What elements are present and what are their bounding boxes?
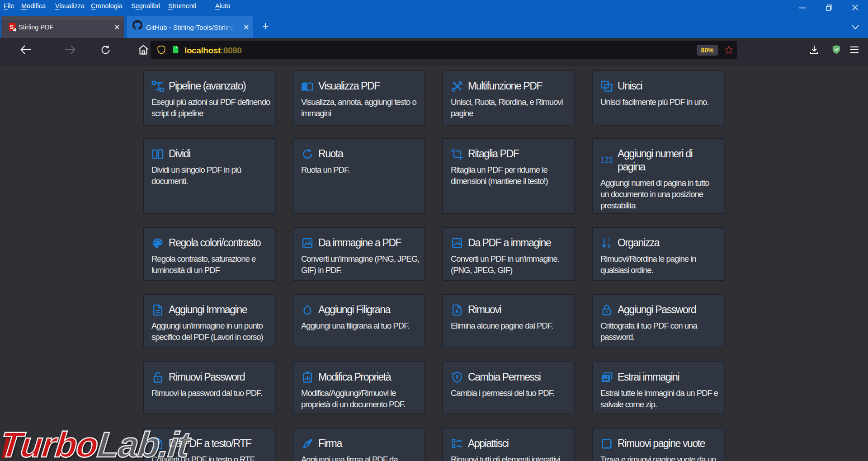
svg-text:9: 9: [608, 243, 611, 249]
svg-text:123: 123: [601, 155, 613, 165]
